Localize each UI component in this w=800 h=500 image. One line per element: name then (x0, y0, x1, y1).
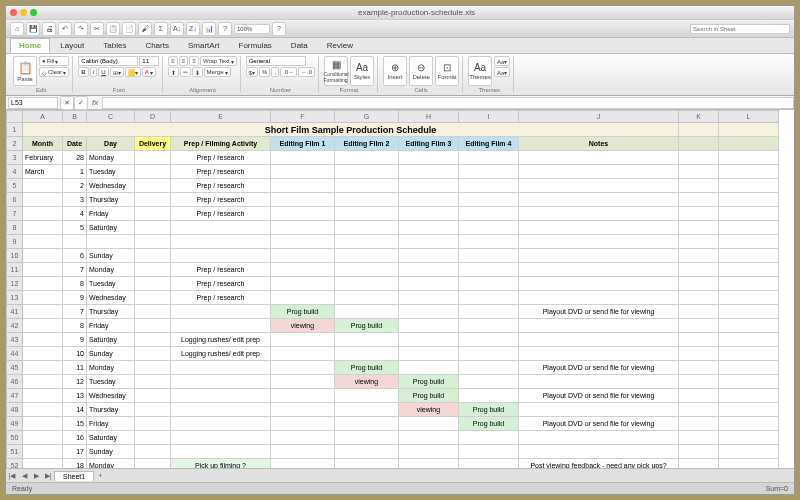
row-header[interactable]: 51 (7, 445, 23, 459)
save-icon[interactable]: 💾 (26, 22, 40, 36)
cell[interactable] (679, 445, 719, 459)
cell[interactable]: Prep / research (171, 165, 271, 179)
cell[interactable] (519, 151, 679, 165)
row-header[interactable]: 50 (7, 431, 23, 445)
comma-button[interactable]: , (271, 67, 279, 77)
row-header[interactable]: 1 (7, 123, 23, 137)
align-right-button[interactable]: ≡ (189, 56, 199, 66)
cell[interactable]: Monday (87, 151, 135, 165)
cell[interactable] (23, 277, 63, 291)
minimize-icon[interactable] (20, 9, 27, 16)
cell[interactable] (399, 165, 459, 179)
cell[interactable] (679, 207, 719, 221)
cell[interactable] (459, 347, 519, 361)
cell[interactable] (171, 389, 271, 403)
cell[interactable]: Prep / research (171, 207, 271, 221)
theme-fonts-button[interactable]: Aa▾ (494, 67, 510, 77)
cell[interactable] (271, 403, 335, 417)
cell[interactable] (399, 431, 459, 445)
cell[interactable] (335, 445, 399, 459)
dec-decrease-button[interactable]: ←.0 (298, 67, 315, 77)
cell[interactable]: Monday (87, 361, 135, 375)
sort-asc-icon[interactable]: A↓ (170, 22, 184, 36)
percent-button[interactable]: % (259, 67, 270, 77)
col-header-B[interactable]: B (63, 111, 87, 123)
tab-tables[interactable]: Tables (94, 38, 135, 53)
cell[interactable] (135, 305, 171, 319)
sum-icon[interactable]: Σ (154, 22, 168, 36)
column-header[interactable]: Editing Film 2 (335, 137, 399, 151)
cell[interactable]: 9 (63, 291, 87, 305)
cell[interactable]: Playout DVD or send file for viewing (519, 305, 679, 319)
theme-colors-button[interactable]: Aa▾ (494, 56, 510, 66)
font-color-button[interactable]: A▾ (142, 67, 156, 77)
cell[interactable] (271, 291, 335, 305)
cell[interactable] (23, 403, 63, 417)
cell[interactable] (335, 417, 399, 431)
cell[interactable]: 11 (63, 361, 87, 375)
row-header[interactable]: 46 (7, 375, 23, 389)
cell[interactable]: 8 (63, 277, 87, 291)
cell[interactable] (519, 193, 679, 207)
cell[interactable] (135, 193, 171, 207)
cell[interactable] (399, 193, 459, 207)
cell[interactable] (335, 263, 399, 277)
cell[interactable] (519, 431, 679, 445)
cell[interactable] (135, 291, 171, 305)
cell[interactable]: Prog build (399, 375, 459, 389)
col-header-L[interactable]: L (719, 111, 779, 123)
cell[interactable] (335, 431, 399, 445)
cell[interactable] (23, 389, 63, 403)
cell[interactable]: Prep / research (171, 151, 271, 165)
cell[interactable] (399, 305, 459, 319)
cell[interactable] (459, 277, 519, 291)
cell[interactable] (335, 459, 399, 469)
underline-button[interactable]: U (98, 67, 108, 77)
cell[interactable] (719, 193, 779, 207)
cell[interactable] (719, 277, 779, 291)
cell[interactable] (679, 375, 719, 389)
cell[interactable] (335, 193, 399, 207)
cell[interactable]: Monday (87, 459, 135, 469)
cell[interactable]: Wednesday (87, 291, 135, 305)
styles-button[interactable]: AaStyles (350, 56, 374, 86)
border-button[interactable]: ⊞▾ (110, 67, 124, 77)
cell[interactable]: March (23, 165, 63, 179)
cell[interactable] (271, 347, 335, 361)
cell[interactable]: 7 (63, 305, 87, 319)
cell[interactable]: Saturday (87, 221, 135, 235)
cell[interactable] (519, 445, 679, 459)
paste-button[interactable]: 📋Paste (13, 56, 37, 86)
cell[interactable]: Sunday (87, 445, 135, 459)
cell[interactable]: Prog build (271, 305, 335, 319)
paste-icon[interactable]: 📄 (122, 22, 136, 36)
cell[interactable] (23, 431, 63, 445)
themes-button[interactable]: AaThemes (468, 56, 492, 86)
cell[interactable] (135, 319, 171, 333)
cell[interactable] (399, 291, 459, 305)
valign-top-button[interactable]: ⬆ (168, 67, 179, 77)
tab-review[interactable]: Review (318, 38, 362, 53)
add-sheet-button[interactable]: + (94, 472, 106, 479)
cell[interactable] (23, 207, 63, 221)
row-header[interactable]: 7 (7, 207, 23, 221)
cell[interactable] (23, 319, 63, 333)
cell[interactable] (679, 151, 719, 165)
column-header[interactable]: Month (23, 137, 63, 151)
cell[interactable] (271, 375, 335, 389)
cell[interactable] (719, 291, 779, 305)
cell[interactable] (679, 305, 719, 319)
cell[interactable]: viewing (335, 375, 399, 389)
row-header[interactable]: 48 (7, 403, 23, 417)
cell[interactable]: viewing (271, 319, 335, 333)
cell[interactable] (87, 235, 135, 249)
cell[interactable]: February (23, 151, 63, 165)
cell[interactable] (679, 249, 719, 263)
cell[interactable] (335, 333, 399, 347)
cell[interactable] (135, 347, 171, 361)
cell[interactable]: 9 (63, 333, 87, 347)
italic-button[interactable]: I (90, 67, 98, 77)
cell[interactable] (335, 403, 399, 417)
cell[interactable] (171, 305, 271, 319)
tab-smartart[interactable]: SmartArt (179, 38, 229, 53)
